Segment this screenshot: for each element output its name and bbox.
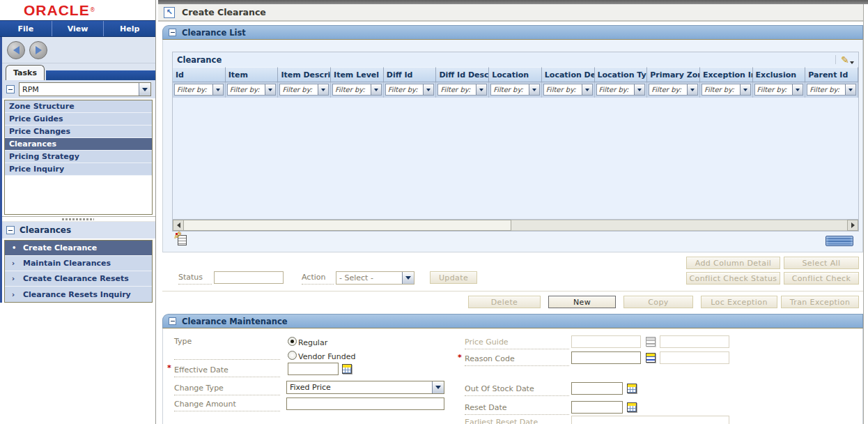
chevron-down-icon[interactable] xyxy=(265,84,275,95)
sidebar-item-create-clearance-resets[interactable]: › Create Clearance Resets xyxy=(5,271,152,287)
chevron-down-icon[interactable] xyxy=(371,84,381,95)
chevron-down-icon[interactable] xyxy=(634,84,644,95)
sidebar-item-price-guides[interactable]: Price Guides xyxy=(5,113,152,126)
sidebar-item-price-inquiry[interactable]: Price Inquiry xyxy=(5,163,152,176)
chevron-down-icon[interactable] xyxy=(740,84,750,95)
chevron-down-icon[interactable] xyxy=(139,83,150,96)
sidebar-item-pricing-strategy[interactable]: Pricing Strategy xyxy=(5,151,152,163)
effective-date-calendar-icon[interactable] xyxy=(342,364,352,374)
change-type-select[interactable]: Fixed Price xyxy=(286,381,444,394)
edit-columns-caret-icon[interactable] xyxy=(850,61,854,64)
chevron-down-icon[interactable] xyxy=(476,84,486,95)
column-header-location-type[interactable]: Location Type xyxy=(595,67,648,82)
out-of-stock-date-calendar-icon[interactable] xyxy=(627,384,637,393)
column-header-parent-id[interactable]: Parent Id xyxy=(805,67,858,82)
price-guide-description-input[interactable] xyxy=(660,335,729,348)
collapse-clearance-list-icon[interactable] xyxy=(169,29,176,36)
tasks-tab[interactable]: Tasks xyxy=(6,65,45,80)
edit-record-icon[interactable]: ✎ xyxy=(176,233,188,246)
scrollbar-track[interactable] xyxy=(511,220,847,231)
filter-dropdown[interactable]: Filter by: xyxy=(227,84,277,96)
sidebar-item-clearances[interactable]: Clearances xyxy=(5,138,152,151)
filter-dropdown[interactable]: Filter by: xyxy=(754,84,804,96)
chevron-down-icon[interactable] xyxy=(582,84,592,95)
type-vendor-funded-label[interactable]: Vendor Funded xyxy=(298,352,356,361)
chevron-down-icon[interactable] xyxy=(529,84,539,95)
add-column-detail-button[interactable]: Add Column Detail xyxy=(686,257,780,269)
chevron-down-icon[interactable] xyxy=(687,84,697,95)
back-button[interactable] xyxy=(7,41,25,59)
chevron-down-icon[interactable] xyxy=(402,272,414,284)
column-header-item[interactable]: Item xyxy=(226,67,279,82)
filter-dropdown[interactable]: Filter by: xyxy=(332,84,382,96)
horizontal-scrollbar[interactable] xyxy=(173,219,858,231)
reset-date-calendar-icon[interactable] xyxy=(627,402,637,412)
conflict-check-button[interactable]: Conflict Check xyxy=(784,272,859,285)
filter-dropdown[interactable]: Filter by: xyxy=(437,84,487,96)
chevron-down-icon[interactable] xyxy=(423,84,433,95)
sidebar-item-create-clearance[interactable]: • Create Clearance xyxy=(5,241,152,256)
sidebar-item-price-changes[interactable]: Price Changes xyxy=(5,126,152,138)
chevron-down-icon[interactable] xyxy=(845,84,855,95)
column-header-location-description[interactable]: Location Desc xyxy=(542,67,595,82)
menu-file[interactable]: File xyxy=(0,21,52,36)
collapse-clearances-icon[interactable] xyxy=(6,226,15,234)
reason-code-description-input[interactable] xyxy=(660,351,729,364)
restore-window-icon[interactable]: ↖ xyxy=(164,7,175,18)
menu-help[interactable]: Help xyxy=(104,21,155,36)
update-button[interactable]: Update xyxy=(430,271,477,284)
select-all-button[interactable]: Select All xyxy=(784,257,859,269)
sidebar-item-zone-structure[interactable]: Zone Structure xyxy=(5,100,152,113)
chevron-down-icon[interactable] xyxy=(792,84,803,95)
filter-dropdown[interactable]: Filter by: xyxy=(649,84,698,96)
action-select[interactable]: - Select - xyxy=(336,271,414,285)
column-header-item-description[interactable]: Item Descript xyxy=(278,67,331,82)
loc-exception-button[interactable]: Loc Exception xyxy=(701,296,777,308)
collapse-tasks-icon[interactable] xyxy=(6,85,15,93)
filter-dropdown[interactable]: Filter by: xyxy=(543,84,593,96)
sidebar-item-clearance-resets-inquiry[interactable]: › Clearance Resets Inquiry xyxy=(5,287,152,302)
reason-code-lov-icon[interactable] xyxy=(646,353,656,363)
column-header-location[interactable]: Location xyxy=(489,67,542,82)
effective-date-input[interactable] xyxy=(288,363,339,375)
status-input[interactable] xyxy=(214,271,284,284)
filter-dropdown[interactable]: Filter by: xyxy=(807,84,856,96)
filter-dropdown[interactable]: Filter by: xyxy=(490,84,540,96)
edit-columns-icon[interactable]: ✎ xyxy=(841,55,849,65)
column-header-primary-zone[interactable]: Primary Zone xyxy=(647,67,700,82)
column-header-exception-ind[interactable]: Exception Ind xyxy=(700,67,753,82)
filter-dropdown[interactable]: Filter by: xyxy=(279,84,329,96)
change-amount-input[interactable] xyxy=(286,397,444,410)
chevron-down-icon[interactable] xyxy=(318,84,328,95)
column-header-item-level[interactable]: Item Level xyxy=(331,67,384,82)
scroll-right-button[interactable] xyxy=(847,220,858,231)
conflict-check-status-button[interactable]: Conflict Check Status xyxy=(686,272,780,285)
sidebar-splitter[interactable] xyxy=(0,216,155,222)
filter-dropdown[interactable]: Filter by: xyxy=(174,84,224,96)
type-regular-radio[interactable] xyxy=(288,337,297,346)
column-header-id[interactable]: Id xyxy=(173,67,226,82)
delete-button[interactable]: Delete xyxy=(468,296,541,308)
menu-view[interactable]: View xyxy=(52,21,104,36)
tran-exception-button[interactable]: Tran Exception xyxy=(781,296,859,308)
type-regular-label[interactable]: Regular xyxy=(298,338,327,347)
column-header-diff-id[interactable]: Diff Id xyxy=(384,67,437,82)
out-of-stock-date-input[interactable] xyxy=(571,382,623,395)
resize-handle-button[interactable] xyxy=(826,236,853,246)
price-guide-lov-icon[interactable] xyxy=(646,337,656,347)
type-vendor-funded-radio[interactable] xyxy=(288,351,297,360)
column-header-exclusion[interactable]: Exclusion xyxy=(753,67,806,82)
filter-dropdown[interactable]: Filter by: xyxy=(596,84,646,96)
chevron-down-icon[interactable] xyxy=(212,84,223,95)
reason-code-input[interactable] xyxy=(571,351,641,364)
sidebar-item-maintain-clearances[interactable]: › Maintain Clearances xyxy=(5,256,152,271)
new-button[interactable]: New xyxy=(548,296,616,308)
copy-button[interactable]: Copy xyxy=(623,296,693,308)
earliest-reset-date-input[interactable] xyxy=(571,416,729,424)
price-guide-input[interactable] xyxy=(571,335,641,348)
filter-dropdown[interactable]: Filter by: xyxy=(385,84,435,96)
forward-button[interactable] xyxy=(29,41,47,59)
task-group-select[interactable]: RPM xyxy=(19,82,151,96)
scrollbar-thumb[interactable] xyxy=(184,220,511,231)
reset-date-input[interactable] xyxy=(571,401,623,414)
